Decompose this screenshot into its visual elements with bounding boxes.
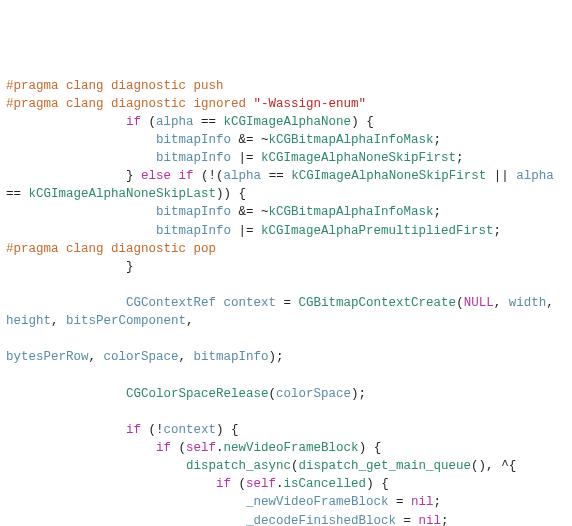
- property: newVideoFrameBlock: [224, 441, 359, 455]
- identifier: bitmapInfo: [156, 205, 231, 219]
- brace: }: [6, 260, 134, 274]
- pragma-keyword: #pragma: [6, 242, 59, 256]
- indent: [6, 115, 126, 129]
- property: isCancelled: [284, 477, 367, 491]
- function-call: CGBitmapContextCreate: [299, 296, 457, 310]
- pragma-text: clang diagnostic pop: [59, 242, 217, 256]
- identifier: _decodeFinishedBlock: [246, 514, 396, 527]
- enum-constant: kCGImageAlphaNoneSkipFirst: [261, 151, 456, 165]
- nil-keyword: nil: [411, 495, 434, 509]
- enum-constant: kCGImageAlphaNoneSkipFirst: [291, 169, 486, 183]
- identifier: colorSpace: [276, 387, 351, 401]
- else-keyword: else: [141, 169, 171, 183]
- identifier: alpha: [224, 169, 262, 183]
- null-keyword: NULL: [464, 296, 494, 310]
- identifier: _newVideoFrameBlock: [246, 495, 389, 509]
- string-literal: "-Wassign-enum": [254, 97, 367, 111]
- enum-constant: kCGImageAlphaNoneSkipLast: [29, 187, 217, 201]
- identifier: alpha: [156, 115, 194, 129]
- function-call: dispatch_get_main_queue: [299, 459, 472, 473]
- block-caret: ^: [501, 459, 509, 473]
- identifier: context: [224, 296, 277, 310]
- nil-keyword: nil: [419, 514, 442, 527]
- identifier: bitsPerComponent: [66, 314, 186, 328]
- code-block: #pragma clang diagnostic push #pragma cl…: [6, 77, 566, 527]
- pragma-keyword: #pragma: [6, 79, 59, 93]
- enum-constant: kCGImageAlphaPremultipliedFirst: [261, 224, 494, 238]
- pragma-text: clang diagnostic push: [59, 79, 224, 93]
- identifier: bytesPerRow: [6, 350, 89, 364]
- identifier: width: [509, 296, 547, 310]
- if-keyword: if: [156, 441, 171, 455]
- self-keyword: self: [186, 441, 216, 455]
- enum-constant: kCGImageAlphaNone: [224, 115, 352, 129]
- identifier: alpha: [516, 169, 554, 183]
- identifier: height: [6, 314, 51, 328]
- enum-constant: kCGBitmapAlphaInfoMask: [269, 205, 434, 219]
- identifier: colorSpace: [104, 350, 179, 364]
- enum-constant: kCGBitmapAlphaInfoMask: [269, 133, 434, 147]
- identifier: bitmapInfo: [156, 224, 231, 238]
- identifier: bitmapInfo: [194, 350, 269, 364]
- if-keyword: if: [216, 477, 231, 491]
- pragma-keyword: #pragma: [6, 97, 59, 111]
- function-call: CGColorSpaceRelease: [126, 387, 269, 401]
- self-keyword: self: [246, 477, 276, 491]
- if-keyword: if: [126, 115, 141, 129]
- pragma-text: clang diagnostic ignored: [59, 97, 254, 111]
- identifier: bitmapInfo: [156, 151, 231, 165]
- function-call: dispatch_async: [186, 459, 291, 473]
- type-name: CGContextRef: [126, 296, 216, 310]
- if-keyword: if: [179, 169, 194, 183]
- if-keyword: if: [126, 423, 141, 437]
- identifier: context: [164, 423, 217, 437]
- identifier: bitmapInfo: [156, 133, 231, 147]
